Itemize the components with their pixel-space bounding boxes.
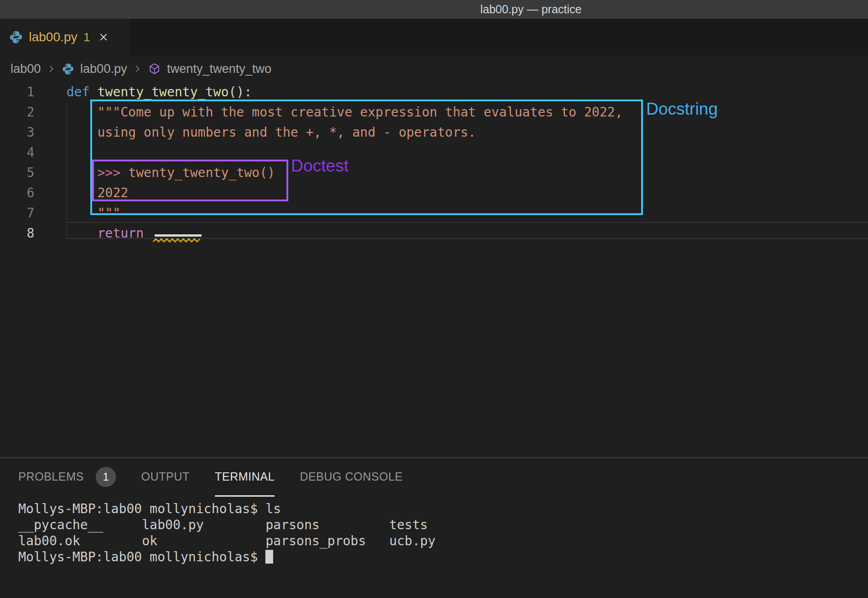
chevron-right-icon [47, 64, 56, 73]
terminal-cursor [265, 550, 273, 564]
python-icon [62, 63, 74, 75]
code-line[interactable]: 8 return [0, 223, 868, 244]
line-number: 8 [0, 223, 34, 244]
tab-problems-label: PROBLEMS [18, 470, 84, 483]
terminal-line: Mollys-MBP:lab00 mollynicholas$ [18, 549, 435, 565]
tab-terminal[interactable]: TERMINAL [215, 458, 275, 497]
docstring-annotation-label: Docstring [646, 100, 718, 119]
line-number: 5 [0, 163, 34, 183]
tab-debug-console[interactable]: DEBUG CONSOLE [300, 458, 403, 497]
breadcrumb-item-file[interactable]: lab00.py [80, 62, 127, 76]
python-icon [9, 30, 23, 44]
code-text: return [66, 223, 144, 244]
tab-filename: lab00.py [29, 30, 77, 44]
problems-count-badge: 1 [96, 467, 116, 487]
terminal-line: __pycache__ lab00.py parsons tests [18, 517, 435, 533]
line-number: 4 [0, 143, 34, 163]
tab-output-label: OUTPUT [141, 470, 190, 483]
indent-guide [66, 102, 67, 239]
window-title: lab00.py — practice [480, 0, 582, 19]
warning-squiggle [153, 236, 202, 244]
editor-tab-lab00[interactable]: lab00.py 1 [0, 19, 129, 55]
tab-strip: lab00.py 1 [0, 19, 868, 55]
vscode-window: lab00.py — practice lab00.py 1 lab00 [0, 0, 868, 598]
breadcrumb-item-symbol[interactable]: twenty_twenty_two [167, 62, 271, 76]
panel-tab-bar: PROBLEMS 1 OUTPUT TERMINAL DEBUG CONSOLE [18, 458, 403, 497]
close-icon[interactable] [99, 32, 109, 42]
tab-dirty-indicator: 1 [83, 30, 90, 44]
terminal-line: lab00.ok ok parsons_probs ucb.py [18, 533, 435, 549]
tab-debug-console-label: DEBUG CONSOLE [300, 470, 403, 483]
doctest-annotation-label: Doctest [291, 156, 348, 176]
breadcrumb-item-folder[interactable]: lab00 [11, 62, 41, 76]
breadcrumb: lab00 lab00.py twenty_twenty_two [11, 55, 271, 82]
tab-terminal-label: TERMINAL [215, 470, 275, 483]
terminal-output[interactable]: Mollys-MBP:lab00 mollynicholas$ ls__pyca… [18, 501, 435, 565]
symbol-cube-icon [148, 62, 161, 75]
line-number: 6 [0, 183, 34, 203]
tab-output[interactable]: OUTPUT [141, 458, 190, 497]
title-bar: lab00.py — practice [0, 0, 868, 19]
line-number: 1 [0, 82, 34, 102]
terminal-line: Mollys-MBP:lab00 mollynicholas$ ls [18, 501, 435, 517]
line-number: 7 [0, 203, 34, 223]
doctest-annotation-box [92, 160, 288, 201]
chevron-right-icon [133, 64, 142, 73]
line-number: 2 [0, 102, 34, 122]
line-number: 3 [0, 122, 34, 143]
tab-problems[interactable]: PROBLEMS 1 [18, 458, 116, 497]
